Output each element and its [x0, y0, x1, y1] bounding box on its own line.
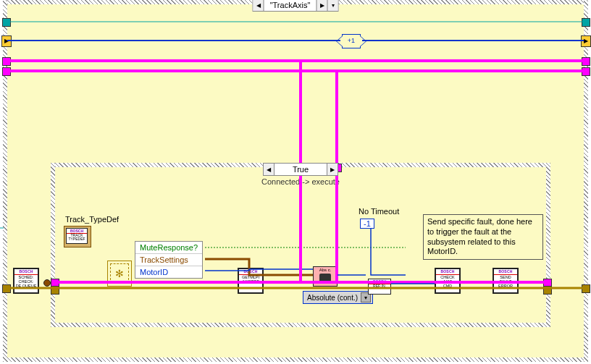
unbundle-motorid[interactable]: MotorID — [135, 266, 202, 278]
inner-case-border — [546, 163, 550, 327]
inner-case-border — [51, 323, 550, 327]
merge-node — [43, 279, 51, 287]
subvi-check-axis-cmd[interactable]: BOSCH CHECK AXIS CMD — [435, 268, 461, 294]
unbundle-tracksettings[interactable]: TrackSettings — [135, 254, 202, 266]
subvi-getmlpi-label: GETMLPI AXISREF — [241, 275, 260, 284]
shiftreg-left: ▶ — [1, 35, 12, 47]
tunnel-ref-out — [582, 18, 590, 27]
case-menu-icon[interactable]: ▾ — [327, 0, 338, 11]
subvi-dequeue-label: SCHED: CHECK: DE QUEUE — [15, 275, 38, 288]
subvi-refine[interactable]: BOSCH REF:IN: — [368, 279, 391, 295]
brand-label: BOSCH — [494, 270, 517, 275]
no-timeout-label: No Timeout — [359, 207, 399, 216]
inner-tunnel-error-right — [543, 286, 552, 295]
tunnel-error-in — [2, 284, 11, 293]
unbundle-muteresponse[interactable]: MuteResponse? — [135, 242, 202, 254]
case-next-icon[interactable]: ▶ — [317, 0, 327, 11]
outer-case-selector[interactable]: ◀ "TrackAxis" ▶ ▾ — [253, 0, 339, 12]
inner-case-selector[interactable]: ◀ True ▶ — [263, 163, 338, 176]
subvi-getmlpi-axisref[interactable]: BOSCH GETMLPI AXISREF — [238, 268, 264, 294]
case-prev-icon[interactable]: ◀ — [264, 164, 274, 175]
absolute-move-short-label: Abs c. — [319, 268, 332, 272]
tunnel-pink-in-1 — [2, 57, 11, 66]
move-type-ring-label: Absolute (cont.) — [307, 294, 358, 302]
tunnel-pink-out-2 — [582, 67, 590, 76]
increment-node[interactable]: +1 — [342, 34, 361, 48]
subvi-refine-label: REF:IN: — [369, 284, 390, 288]
subvi-checkaxis-label: CHECK AXIS CMD — [440, 275, 455, 288]
outer-case-border — [584, 0, 588, 362]
tunnel-ref-in — [2, 18, 11, 27]
typedef-mini-label: TRACK TYPEDEF — [67, 234, 87, 241]
move-type-ring[interactable]: Absolute (cont.) ▾ — [303, 291, 373, 304]
tunnel-pink-out-1 — [582, 57, 590, 66]
absolute-move-node[interactable]: Abs c. — [313, 266, 338, 287]
subvi-sendfault-label: SEND FAULT ERROR — [498, 275, 514, 288]
unbundle-labels: MuteResponse? TrackSettings MotorID — [135, 241, 203, 279]
case-prev-icon[interactable]: ◀ — [253, 0, 264, 11]
no-timeout-value: -1 — [364, 219, 371, 228]
no-timeout-constant[interactable]: -1 — [360, 219, 374, 229]
subvi-dequeue[interactable]: BOSCH SCHED: CHECK: DE QUEUE — [13, 268, 39, 294]
brand-label: BOSCH — [14, 270, 38, 275]
inner-tunnel-error-left — [51, 286, 59, 295]
brand-label: BOSCH — [436, 270, 459, 275]
track-typedef-constant[interactable]: BOSCH TRACK TYPEDEF — [64, 226, 91, 247]
unbundle-by-name-node[interactable]: ✻ — [107, 261, 132, 287]
subvi-send-fault[interactable]: BOSCH SEND FAULT ERROR — [492, 268, 519, 294]
comment-text: Send specific fault, done here to trigge… — [427, 217, 532, 255]
outer-case-border — [3, 357, 588, 362]
increment-label: +1 — [348, 37, 355, 44]
shiftreg-right: ▶ — [581, 35, 591, 47]
brand-label: BOSCH — [239, 270, 262, 275]
outer-case-label: "TrackAxis" — [264, 0, 317, 10]
case-next-icon[interactable]: ▶ — [327, 164, 338, 175]
tunnel-pink-in-2 — [2, 67, 11, 76]
inner-case-subtitle: Connected -> execute — [261, 177, 340, 186]
motor-icon — [319, 274, 331, 282]
unbundle-icon: ✻ — [115, 268, 124, 279]
inner-case-label: True — [274, 164, 327, 174]
tunnel-error-out — [582, 284, 590, 293]
track-typedef-label: Track_TypeDef — [65, 215, 119, 224]
comment-send-fault: Send specific fault, done here to trigge… — [423, 214, 543, 260]
